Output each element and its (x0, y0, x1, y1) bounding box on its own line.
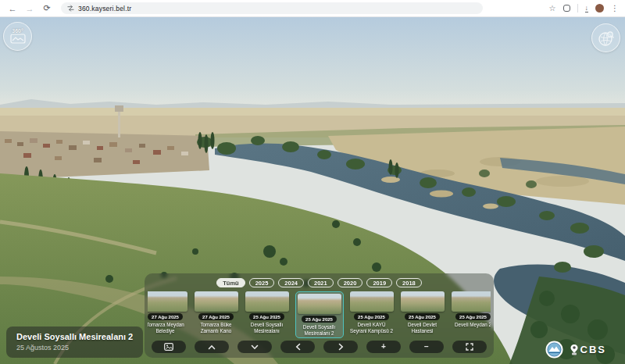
thumbnail-date: 25 Ağu 2025 (405, 313, 440, 320)
thumbnail-name: Tomarza Büke Zamantı Kano (194, 322, 239, 334)
tab-2021[interactable]: 2021 (308, 278, 334, 287)
thumbnail-card[interactable]: 27 Ağu 2025 Tomarza Büke Zamantı Kano (194, 291, 239, 334)
thumbnail-image (350, 291, 394, 312)
kayseri-municipality-logo (545, 341, 563, 359)
forward-icon[interactable]: → (23, 2, 36, 15)
thumbnail-name: Develi KAYÜ Seyrani Kampüsü 2 (349, 322, 395, 334)
thumbnail-card[interactable]: 25 Ağu 2025 Develi KAYÜ Seyrani Kampüsü … (349, 291, 395, 334)
viewer-controls: + − (148, 339, 491, 355)
gallery-panel: Tümü 2025 2024 2021 2020 2019 2018 27 Ağ… (145, 273, 494, 358)
thumbnail-name: Develi Meydan 2 (455, 322, 491, 328)
pan-right-button[interactable] (323, 341, 358, 353)
download-icon[interactable]: ↓ (585, 5, 589, 12)
tab-2019[interactable]: 2019 (366, 278, 392, 287)
zoom-out-button[interactable]: − (409, 341, 444, 353)
map-explore-button[interactable] (591, 23, 620, 52)
thumbnail-name: Develi Soysallı Mesirealanı (245, 322, 290, 334)
bookmark-star-icon[interactable]: ☆ (549, 5, 556, 12)
pan-up-button[interactable] (195, 341, 229, 353)
fullscreen-button[interactable] (452, 341, 487, 353)
toolbar-divider (577, 4, 578, 12)
gallery-icon (164, 343, 173, 351)
panorama-icon (10, 34, 26, 44)
thumbnail-date: 27 Ağu 2025 (198, 313, 234, 320)
thumbnail-date: 27 Ağu 2025 (148, 313, 183, 320)
thumbnail-image (452, 291, 491, 312)
thumbnail-name: Develi Soysallı Mesirealanı 2 (297, 324, 342, 336)
tab-2024[interactable]: 2024 (278, 278, 304, 287)
thumbnail-date: 25 Ağu 2025 (455, 313, 491, 320)
pan-down-button[interactable] (238, 341, 272, 353)
thumbnail-date: 25 Ağu 2025 (249, 313, 284, 320)
logo-360-badge[interactable]: 360° (3, 22, 32, 51)
thumbnail-card[interactable]: 25 Ağu 2025 Develi Devlet Hastanesi (400, 291, 445, 334)
thumbnail-date: 25 Ağu 2025 (302, 316, 337, 323)
zoom-in-button[interactable]: + (366, 341, 401, 353)
cbs-link[interactable]: CBS (570, 344, 606, 355)
toggle-gallery-button[interactable] (152, 341, 186, 353)
location-date: 25 Ağustos 2025 (16, 344, 133, 352)
thumbnail-name: Develi Devlet Hastanesi (400, 322, 445, 334)
thumbnail-image (245, 291, 289, 312)
extensions-icon[interactable] (563, 5, 570, 12)
url-text: 360.kayseri.bel.tr (78, 5, 131, 12)
chevron-down-icon (251, 344, 259, 350)
back-icon[interactable]: ← (6, 2, 19, 15)
tab-2020[interactable]: 2020 (338, 278, 363, 287)
thumbnail-card-selected[interactable]: 25 Ağu 2025 Develi Soysallı Mesirealanı … (295, 291, 344, 338)
profile-avatar[interactable] (595, 4, 604, 12)
browser-menu-icon[interactable]: ⋮ (611, 5, 619, 12)
map-pin-icon (570, 344, 579, 355)
tab-2025[interactable]: 2025 (249, 278, 275, 287)
water-tower (118, 109, 120, 137)
thumbnail-card[interactable]: 27 Ağu 2025 Tomarza Meydan Belediye (148, 291, 188, 334)
page: ← → ⟳ 360.kayseri.bel.tr ☆ ↓ ⋮ (0, 0, 625, 364)
location-title: Develi Soysallı Mesirealanı 2 (16, 332, 133, 341)
address-bar[interactable]: 360.kayseri.bel.tr (61, 2, 483, 14)
thumbnail-image (298, 294, 341, 314)
fullscreen-icon (466, 343, 473, 351)
tab-2018[interactable]: 2018 (396, 278, 422, 287)
thumbnail-carousel: 27 Ağu 2025 Tomarza Gençlik Merkezi 2 27… (148, 291, 491, 339)
thumbnail-image (148, 291, 188, 312)
thumbnail-image (195, 291, 238, 312)
pan-left-button[interactable] (280, 341, 315, 353)
tab-tumu[interactable]: Tümü (216, 278, 245, 287)
globe-search-icon (598, 30, 615, 47)
site-settings-icon (67, 5, 74, 12)
browser-toolbar: ← → ⟳ 360.kayseri.bel.tr ☆ ↓ ⋮ (0, 0, 625, 17)
thumbnail-image (401, 291, 445, 312)
chevron-up-icon (208, 344, 216, 350)
brand-area: CBS (545, 341, 606, 359)
year-filter-tabs: Tümü 2025 2024 2021 2020 2019 2018 (148, 278, 491, 287)
thumbnail-name: Tomarza Meydan Belediye (148, 322, 188, 334)
chevron-right-icon (338, 343, 344, 351)
thumbnail-card[interactable]: 25 Ağu 2025 Develi Meydan 2 (451, 291, 491, 328)
chevron-left-icon (295, 343, 301, 351)
thumbnail-date: 25 Ağu 2025 (354, 313, 389, 320)
thumbnail-card[interactable]: 25 Ağu 2025 Develi Soysallı Mesirealanı (245, 291, 290, 334)
cbs-label: CBS (580, 344, 606, 355)
location-info-card: Develi Soysallı Mesirealanı 2 25 Ağustos… (6, 327, 143, 358)
plus-icon: + (381, 343, 386, 351)
minus-icon: − (424, 343, 429, 351)
reload-icon[interactable]: ⟳ (41, 2, 53, 15)
